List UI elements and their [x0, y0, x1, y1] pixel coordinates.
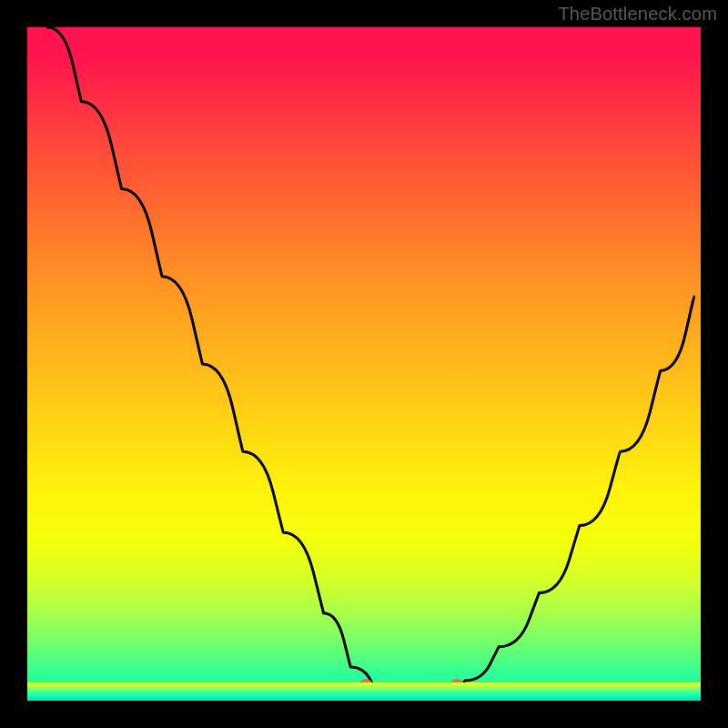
plot-area [27, 27, 701, 701]
bottleneck-curve [27, 27, 701, 701]
watermark-label: TheBottleneck.com [558, 4, 717, 25]
chart-frame: TheBottleneck.com [0, 0, 728, 728]
bottom-stripe [27, 699, 701, 701]
